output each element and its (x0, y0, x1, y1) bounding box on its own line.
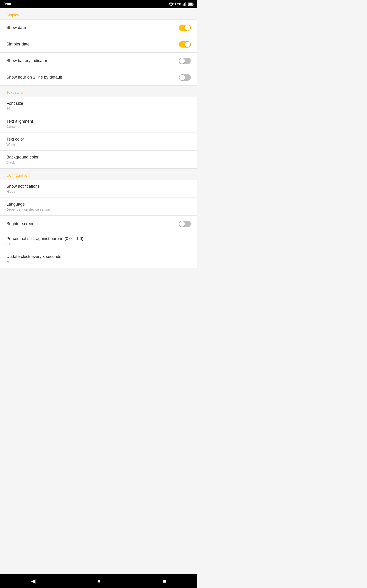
settings-row-brighter-screen[interactable]: Brighter screen (0, 216, 197, 232)
svg-rect-3 (185, 2, 186, 6)
row-text-language: LanguageDependent on device setting (6, 202, 50, 211)
lte-indicator: LTE (175, 2, 181, 6)
row-text-show-hour-1-line: Show hour on 1 line by default (6, 75, 62, 80)
row-title-simpler-date: Simpler date (6, 42, 30, 47)
section-rows-display: Show dateSimpler dateShow battery indica… (0, 19, 197, 86)
row-text-font-size: Font size36 (6, 101, 23, 111)
settings-row-font-size[interactable]: Font size36 (0, 97, 197, 115)
row-text-brighter-screen: Brighter screen (6, 221, 34, 226)
settings-row-language[interactable]: LanguageDependent on device setting (0, 198, 197, 216)
row-title-text-alignment: Text alignment (6, 119, 33, 124)
row-title-update-clock: Update clock every x seconds (6, 254, 61, 259)
toggle-knob-show-date (185, 25, 190, 31)
settings-row-background-color[interactable]: Background colorBlack (0, 151, 197, 169)
svg-rect-0 (183, 5, 183, 6)
toggle-knob-show-battery-indicator (179, 58, 185, 64)
row-title-show-hour-1-line: Show hour on 1 line by default (6, 75, 62, 80)
settings-row-percentual-shift[interactable]: Percentual shift against burn-in (0.0 – … (0, 232, 197, 250)
settings-row-update-clock[interactable]: Update clock every x seconds60 (0, 250, 197, 268)
wifi-icon (169, 2, 174, 6)
row-text-text-color: Text colorWhite (6, 137, 24, 146)
battery-icon (188, 2, 194, 6)
row-text-text-alignment: Text alignmentCenter (6, 119, 33, 128)
settings-row-simpler-date[interactable]: Simpler date (0, 36, 197, 52)
row-title-brighter-screen: Brighter screen (6, 221, 34, 226)
row-subtitle-background-color: Black (6, 160, 39, 164)
row-text-background-color: Background colorBlack (6, 155, 39, 164)
row-subtitle-font-size: 36 (6, 107, 23, 111)
row-subtitle-update-clock: 60 (6, 260, 61, 264)
row-title-language: Language (6, 202, 50, 207)
section-rows-configuration: Show notificationsHiddenLanguageDependen… (0, 180, 197, 268)
row-subtitle-text-alignment: Center (6, 124, 33, 128)
settings-content: DisplayShow dateSimpler dateShow battery… (0, 8, 197, 284)
section-header-configuration: Configuration (0, 169, 197, 180)
row-title-show-date: Show date (6, 25, 26, 30)
section-header-display: Display (0, 8, 197, 19)
settings-row-text-alignment[interactable]: Text alignmentCenter (0, 115, 197, 133)
row-text-simpler-date: Simpler date (6, 42, 30, 47)
row-text-percentual-shift: Percentual shift against burn-in (0.0 – … (6, 236, 83, 246)
row-title-show-notifications: Show notifications (6, 184, 40, 189)
section-header-text-style: Text style (0, 86, 197, 97)
row-subtitle-text-color: White (6, 142, 24, 146)
toggle-brighter-screen[interactable] (179, 221, 191, 227)
section-rows-text-style: Font size36Text alignmentCenterText colo… (0, 97, 197, 169)
row-text-show-date: Show date (6, 25, 26, 30)
svg-rect-6 (189, 3, 192, 5)
svg-rect-2 (184, 3, 185, 6)
row-text-show-battery-indicator: Show battery indicator (6, 58, 47, 63)
settings-row-show-battery-indicator[interactable]: Show battery indicator (0, 52, 197, 69)
toggle-knob-show-hour-1-line (179, 75, 185, 80)
status-icons: LTE (169, 2, 194, 6)
svg-rect-1 (184, 4, 184, 6)
row-title-show-battery-indicator: Show battery indicator (6, 58, 47, 63)
toggle-show-date[interactable] (179, 25, 191, 31)
row-title-font-size: Font size (6, 101, 23, 106)
row-subtitle-show-notifications: Hidden (6, 190, 40, 193)
row-subtitle-percentual-shift: 0.0 (6, 242, 83, 246)
settings-row-show-date[interactable]: Show date (0, 19, 197, 36)
signal-icon (183, 2, 187, 6)
settings-row-text-color[interactable]: Text colorWhite (0, 133, 197, 151)
status-time: 9:00 (4, 2, 11, 6)
toggle-show-hour-1-line[interactable] (179, 74, 191, 81)
toggle-knob-brighter-screen (179, 221, 185, 227)
row-text-show-notifications: Show notificationsHidden (6, 184, 40, 193)
toggle-simpler-date[interactable] (179, 41, 191, 48)
toggle-show-battery-indicator[interactable] (179, 58, 191, 64)
status-bar: 9:00 LTE (0, 0, 197, 8)
row-title-background-color: Background color (6, 155, 39, 160)
toggle-knob-simpler-date (185, 42, 190, 47)
settings-row-show-notifications[interactable]: Show notificationsHidden (0, 180, 197, 198)
row-text-update-clock: Update clock every x seconds60 (6, 254, 61, 264)
row-title-percentual-shift: Percentual shift against burn-in (0.0 – … (6, 236, 83, 241)
row-subtitle-language: Dependent on device setting (6, 208, 50, 211)
svg-rect-5 (193, 3, 194, 5)
settings-row-show-hour-1-line[interactable]: Show hour on 1 line by default (0, 69, 197, 86)
row-title-text-color: Text color (6, 137, 24, 142)
